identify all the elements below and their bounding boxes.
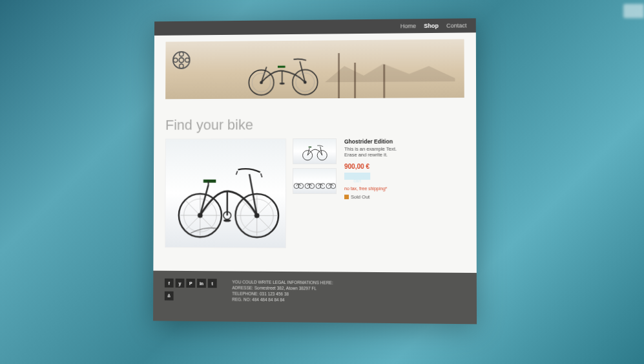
shipping-note: no tax, free shipping* bbox=[344, 186, 464, 192]
svg-point-30 bbox=[223, 219, 231, 222]
hero-banner bbox=[165, 39, 464, 100]
product-price: 900,00 € bbox=[344, 163, 464, 170]
social-share[interactable]: ∆ bbox=[165, 291, 174, 300]
site-footer: f y P in t ∆ YOU COULD WRITE LEGAL INFOR… bbox=[153, 271, 477, 325]
beach-pole bbox=[383, 65, 385, 98]
svg-point-5 bbox=[173, 58, 177, 63]
nav-contact[interactable]: Contact bbox=[446, 22, 467, 28]
product-main-image[interactable] bbox=[165, 138, 286, 248]
product-thumbnail-2[interactable] bbox=[293, 168, 337, 194]
legal-info: YOU COULD WRITE LEGAL INFORMATIONS HERE:… bbox=[232, 279, 333, 303]
svg-point-3 bbox=[185, 58, 189, 63]
stock-icon bbox=[344, 195, 349, 199]
social-linkedin[interactable]: in bbox=[197, 279, 206, 288]
social-twitter[interactable]: y bbox=[176, 279, 185, 288]
product-thumbnail-1[interactable] bbox=[293, 138, 337, 164]
site-logo[interactable] bbox=[172, 50, 191, 70]
social-pinterest[interactable]: P bbox=[186, 279, 195, 288]
svg-point-2 bbox=[180, 52, 183, 56]
social-tumblr[interactable]: t bbox=[208, 279, 217, 288]
mountain-silhouette bbox=[325, 62, 455, 82]
beach-pole bbox=[354, 63, 356, 98]
social-links: f y P in t ∆ bbox=[165, 279, 222, 303]
svg-line-29 bbox=[261, 173, 262, 177]
nav-shop[interactable]: Shop bbox=[424, 23, 439, 29]
product-thumbnails bbox=[293, 138, 338, 248]
add-to-cart-button[interactable]: Add to cart bbox=[344, 173, 370, 180]
hero-bike-image bbox=[242, 45, 325, 97]
social-facebook[interactable]: f bbox=[165, 279, 174, 288]
main-content: Find your bike bbox=[165, 116, 464, 259]
svg-line-28 bbox=[236, 171, 238, 175]
svg-point-10 bbox=[280, 82, 285, 84]
product-description: This is an example Text. Erase and rewri… bbox=[344, 146, 464, 158]
product-name: Ghostrider Edition bbox=[344, 138, 464, 145]
beach-pole bbox=[338, 53, 340, 98]
product-detail-row: Ghostrider Edition This is an example Te… bbox=[165, 138, 464, 250]
website-window: Home Shop Contact bbox=[153, 18, 477, 324]
legal-regno: REG. NO: 484 484 84 84 84 bbox=[232, 297, 333, 303]
svg-point-0 bbox=[173, 52, 190, 69]
page-title: Find your bike bbox=[165, 116, 464, 133]
svg-point-4 bbox=[180, 64, 183, 69]
product-details: Ghostrider Edition This is an example Te… bbox=[344, 138, 464, 250]
top-navigation: Home Shop Contact bbox=[154, 18, 476, 36]
desktop-background-chip bbox=[623, 4, 644, 18]
stock-status: Sold Out bbox=[344, 194, 464, 200]
nav-home[interactable]: Home bbox=[400, 23, 416, 29]
svg-point-1 bbox=[179, 58, 183, 62]
